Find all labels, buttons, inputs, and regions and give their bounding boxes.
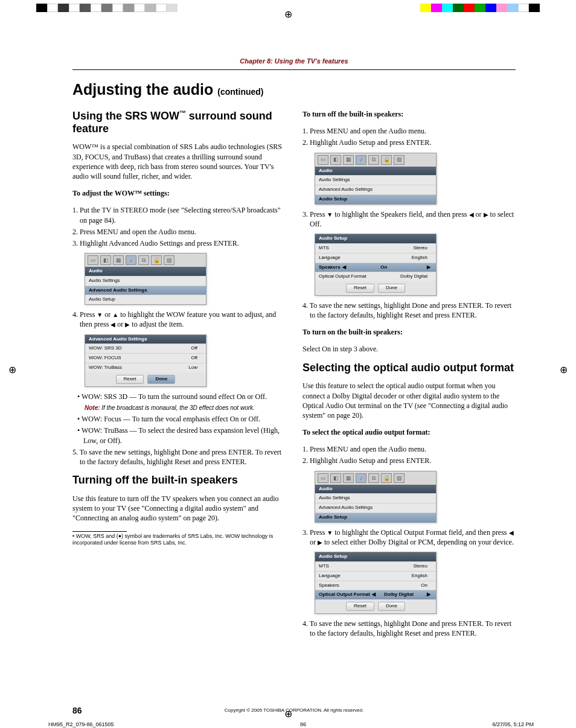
footnote-rule — [72, 531, 127, 532]
menu-title: Advanced Audio Settings — [85, 335, 206, 344]
menu-item: SpeakersOn — [315, 581, 436, 590]
tab-icon: ▦ — [113, 255, 124, 265]
title-continued: (continued) — [217, 87, 263, 97]
menu-item: Optical Output FormatDolby Digital — [315, 272, 436, 281]
done-button: Done — [147, 375, 175, 384]
menu-item: Audio Setup — [85, 295, 206, 304]
reset-button: Reset — [346, 284, 374, 293]
meta-page: 86 — [300, 721, 306, 727]
content-frame: Chapter 8: Using the TV's features Adjus… — [72, 57, 516, 674]
speakers-intro: Use this feature to turn off the TV spea… — [72, 494, 286, 523]
reset-button: Reset — [346, 602, 374, 611]
bullet: • WOW: SRS 3D — To turn the surround sou… — [83, 392, 286, 401]
tab-icon: ♪ — [356, 155, 366, 165]
menu-item-highlighted: Advanced Audio Settings — [85, 286, 206, 295]
tab-icon: ▧ — [394, 155, 405, 165]
reset-button: Reset — [116, 375, 144, 384]
page-number: 86 — [72, 706, 82, 715]
menu-title: Audio — [85, 267, 206, 276]
menu-screenshot-audio-setup: Audio Setup MTSStereo LanguageEnglish Sp… — [315, 552, 437, 614]
menu-screenshot-audio: ▭ ◧ ▦ ♪ ⧉ 🔒 ▧ Audio Audio Settings Advan… — [85, 253, 206, 305]
menu-screenshot-advanced: Advanced Audio Settings WOW: SRS 3DOff W… — [85, 334, 206, 387]
print-meta: HM95_R2_079-86_061505 86 6/27/05, 5:12 P… — [42, 721, 540, 727]
step: 3. Press ▼ to highlight the Optical Outp… — [310, 528, 516, 547]
left-arrow-icon: ◀ — [509, 529, 514, 536]
menu-item: Advanced Audio Settings — [315, 503, 436, 512]
step: 2. Press MENU and open the Audio menu. — [80, 227, 286, 237]
menu-item: MTSStereo — [315, 243, 436, 253]
meta-file: HM95_R2_079-86_061505 — [48, 721, 114, 727]
menu-title: Audio — [315, 167, 436, 176]
lock-icon: 🔒 — [381, 473, 392, 483]
registration-mark-icon: ⊕ — [284, 8, 292, 20]
menu-item-highlighted: Speakers◀On▶ — [315, 263, 436, 272]
tab-icon: ▧ — [164, 255, 174, 265]
step: 4. To save the new settings, highlight D… — [310, 619, 516, 638]
menu-item: Audio Settings — [315, 493, 436, 503]
adjust-heading: To adjust the WOW™ settings: — [72, 188, 286, 198]
page-title: Adjusting the audio (continued) — [72, 81, 516, 98]
menu-item: WOW: SRS 3DOff — [85, 343, 206, 353]
step: 2. Highlight Audio Setup and press ENTER… — [310, 138, 516, 147]
lock-icon: 🔒 — [381, 155, 392, 165]
tab-icon: ⧉ — [138, 255, 149, 265]
menu-item: Advanced Audio Settings — [315, 185, 436, 194]
menu-screenshot-audio-setup: Audio Setup MTSStereo LanguageEnglish Sp… — [315, 234, 437, 296]
menu-screenshot-audio: ▭ ◧ ▦ ♪ ⧉ 🔒 ▧ Audio Audio Settings Advan… — [315, 153, 437, 205]
menu-item: Audio Settings — [315, 175, 436, 185]
tab-icon: ♪ — [126, 255, 136, 265]
down-arrow-icon: ▼ — [327, 211, 333, 218]
meta-date: 6/27/05, 5:12 PM — [492, 721, 534, 727]
menu-item: LanguageEnglish — [315, 571, 436, 581]
menu-item-highlighted: Audio Setup — [315, 194, 436, 204]
tab-icon: ▦ — [343, 155, 354, 165]
tab-icon: ⧉ — [368, 473, 379, 483]
tab-icon: ◧ — [330, 155, 341, 165]
menu-screenshot-audio: ▭ ◧ ▦ ♪ ⧉ 🔒 ▧ Audio Audio Settings Advan… — [315, 471, 437, 523]
step: 4. To save the new settings, highlight D… — [310, 301, 516, 320]
tab-icon: ▭ — [318, 473, 328, 483]
title-main: Adjusting the audio — [72, 81, 213, 98]
menu-item: WOW: FOCUSOff — [85, 353, 206, 363]
copyright: Copyright © 2005 TOSHIBA CORPORATION. Al… — [225, 707, 363, 713]
menu-item: WOW: TruBassLow — [85, 363, 206, 372]
lock-icon: 🔒 — [151, 255, 162, 265]
done-button: Done — [378, 602, 405, 611]
down-arrow-icon: ▼ — [327, 529, 333, 536]
page-footer: 86 Copyright © 2005 TOSHIBA CORPORATION.… — [72, 707, 516, 713]
step: 1. Put the TV in STEREO mode (see "Selec… — [80, 205, 286, 225]
tab-icon: ▦ — [343, 473, 354, 483]
right-arrow-icon: ▶ — [484, 211, 488, 218]
bullet: • WOW: TruBass — To select the desired b… — [83, 426, 286, 445]
optical-intro: Use this feature to select the optical a… — [302, 381, 516, 420]
menu-item: Audio Settings — [85, 276, 206, 286]
up-arrow-icon: ▲ — [112, 311, 118, 318]
step: 1. Press MENU and open the Audio menu. — [310, 444, 516, 454]
heading-optical: Selecting the optical audio output forma… — [302, 362, 516, 374]
menu-title: Audio — [315, 485, 436, 494]
tab-icon: ▧ — [394, 473, 405, 483]
left-arrow-icon: ◀ — [469, 211, 474, 218]
menu-title: Audio Setup — [315, 234, 436, 243]
chapter-header: Chapter 8: Using the TV's features — [72, 57, 516, 70]
tab-icon: ♪ — [356, 473, 366, 483]
down-arrow-icon: ▼ — [97, 311, 103, 318]
registration-mark-icon: ⊕ — [560, 364, 568, 375]
left-column: Using the SRS WOW™ surround sound featur… — [72, 102, 286, 640]
menu-title: Audio Setup — [315, 552, 436, 561]
wow-intro: WOW™ is a special combination of SRS Lab… — [72, 142, 286, 181]
turn-on-text: Select On in step 3 above. — [302, 344, 516, 354]
page: ⊕ ⊕ ⊕ ⊕ Chapter 8: Using the TV's featur… — [0, 0, 576, 728]
tab-icon: ◧ — [330, 473, 341, 483]
footnote: • WOW, SRS and (●) symbol are trademarks… — [72, 533, 286, 546]
menu-item: LanguageEnglish — [315, 253, 436, 263]
menu-item-highlighted: Audio Setup — [315, 512, 436, 522]
turn-off-heading: To turn off the built-in speakers: — [302, 109, 516, 119]
tab-icon: ▭ — [88, 255, 98, 265]
select-heading: To select the optical audio output forma… — [302, 427, 516, 437]
step: 1. Press MENU and open the Audio menu. — [310, 126, 516, 136]
bullet: • WOW: Focus — To turn the vocal emphasi… — [83, 414, 286, 424]
step: 2. Highlight Audio Setup and press ENTER… — [310, 456, 516, 465]
menu-item: MTSStereo — [315, 561, 436, 571]
step: 3. Press ▼ to highlight the Speakers fie… — [310, 209, 516, 229]
